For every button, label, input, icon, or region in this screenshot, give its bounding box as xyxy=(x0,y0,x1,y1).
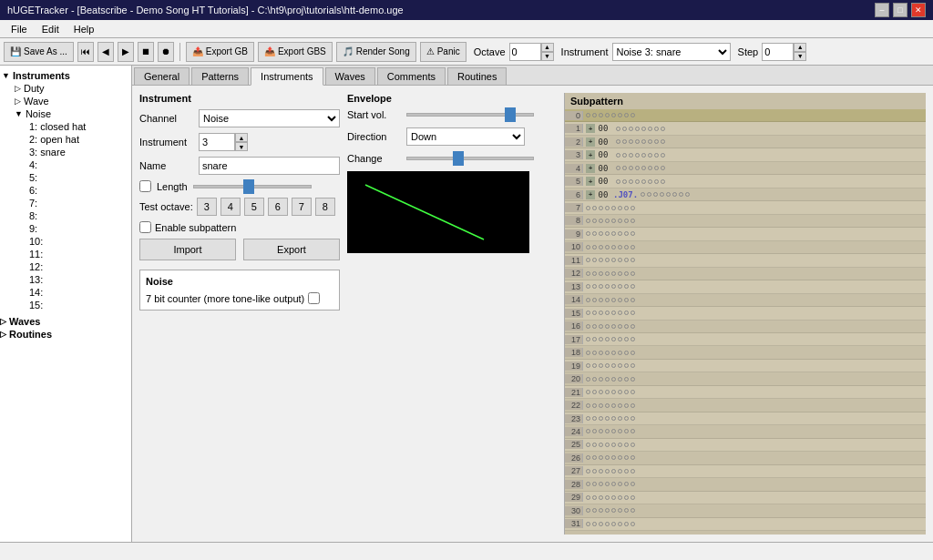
direction-select[interactable]: Down Up xyxy=(406,127,525,146)
tree-noise-header[interactable]: ▼ Noise xyxy=(0,107,131,120)
octave-down-button[interactable]: ▼ xyxy=(541,52,554,61)
tree-noise-item-11[interactable]: 11: xyxy=(0,248,131,260)
subpattern-row-30[interactable]: 30 xyxy=(565,504,926,517)
subpattern-row-2[interactable]: 2+00 xyxy=(565,136,926,148)
render-song-button[interactable]: 🎵 Render Song xyxy=(336,42,416,62)
tab-instruments[interactable]: Instruments xyxy=(251,67,323,86)
instrument-num-input[interactable] xyxy=(199,133,235,151)
test-octave-5[interactable]: 5 xyxy=(244,198,264,216)
tree-noise-item-15[interactable]: 15: xyxy=(0,299,131,311)
test-octave-6[interactable]: 6 xyxy=(268,198,288,216)
panic-button[interactable]: ⚠ Panic xyxy=(420,42,466,62)
subpattern-row-13[interactable]: 13 xyxy=(565,280,926,293)
tree-noise-item-5[interactable]: 5: xyxy=(0,171,131,184)
octave-up-button[interactable]: ▲ xyxy=(541,43,554,52)
subpattern-row-24[interactable]: 24 xyxy=(565,425,926,438)
minimize-button[interactable]: – xyxy=(875,3,889,17)
save-as-button[interactable]: 💾 Save As ... xyxy=(4,42,74,62)
sp-plus-btn-2[interactable]: + xyxy=(586,137,595,147)
instrument-select[interactable]: Noise 3: snare xyxy=(612,43,731,61)
step-input[interactable]: 0 xyxy=(762,43,794,61)
export-gb-button[interactable]: 📤 Export GB xyxy=(186,42,254,62)
subpattern-row-20[interactable]: 20 xyxy=(565,372,926,385)
subpattern-row-9[interactable]: 9 xyxy=(565,228,926,240)
maximize-button[interactable]: □ xyxy=(893,3,907,17)
subpattern-row-16[interactable]: 16 xyxy=(565,321,926,333)
subpattern-row-6[interactable]: 6+00.J07. xyxy=(565,188,926,201)
subpattern-row-31[interactable]: 31 xyxy=(565,518,926,531)
tab-patterns[interactable]: Patterns xyxy=(191,67,249,85)
test-octave-4[interactable]: 4 xyxy=(220,198,241,216)
name-input[interactable]: snare xyxy=(199,157,340,175)
tree-noise-item-10[interactable]: 10: xyxy=(0,235,131,248)
tab-routines[interactable]: Routines xyxy=(447,67,507,85)
tree-waves-header[interactable]: ▷ Waves xyxy=(0,315,131,328)
menu-file[interactable]: File xyxy=(4,22,35,36)
sp-plus-btn-4[interactable]: + xyxy=(586,164,595,173)
tree-noise-item-9[interactable]: 9: xyxy=(0,222,131,235)
export-button[interactable]: Export xyxy=(243,239,340,260)
tree-noise-item-7[interactable]: 7: xyxy=(0,197,131,209)
subpattern-row-22[interactable]: 22 xyxy=(565,399,926,412)
close-button[interactable]: ✕ xyxy=(911,3,926,17)
subpattern-row-14[interactable]: 14 xyxy=(565,294,926,307)
subpattern-row-27[interactable]: 27 xyxy=(565,465,926,478)
length-checkbox[interactable] xyxy=(139,180,151,192)
tree-noise-item-2[interactable]: 2: open hat xyxy=(0,133,131,146)
subpattern-row-19[interactable]: 19 xyxy=(565,360,926,372)
octave-input[interactable]: 0 xyxy=(509,43,541,61)
instrument-num-down[interactable]: ▼ xyxy=(235,142,248,151)
sp-plus-btn-6[interactable]: + xyxy=(586,190,595,199)
subpattern-row-12[interactable]: 12 xyxy=(565,268,926,280)
subpattern-row-28[interactable]: 28 xyxy=(565,478,926,491)
menu-edit[interactable]: Edit xyxy=(35,22,67,36)
sp-plus-btn-1[interactable]: + xyxy=(586,124,595,133)
change-slider[interactable] xyxy=(406,157,534,160)
tab-general[interactable]: General xyxy=(134,67,190,85)
step-down-button[interactable]: ▼ xyxy=(794,52,806,61)
tree-noise-item-1[interactable]: 1: closed hat xyxy=(0,120,131,133)
subpattern-row-10[interactable]: 10 xyxy=(565,241,926,254)
subpattern-row-15[interactable]: 15 xyxy=(565,307,926,320)
subpattern-row-0[interactable]: 0 xyxy=(565,109,926,122)
subpattern-row-23[interactable]: 23 xyxy=(565,412,926,425)
tree-duty-header[interactable]: ▷ Duty xyxy=(0,82,131,95)
subpattern-row-17[interactable]: 17 xyxy=(565,333,926,346)
sp-plus-btn-5[interactable]: + xyxy=(586,177,595,186)
test-octave-7[interactable]: 7 xyxy=(292,198,312,216)
tree-noise-item-4[interactable]: 4: xyxy=(0,158,131,171)
tree-noise-item-8[interactable]: 8: xyxy=(0,209,131,222)
bit-counter-checkbox[interactable] xyxy=(308,292,320,304)
subpattern-row-26[interactable]: 26 xyxy=(565,452,926,464)
nav-stop-button[interactable]: ⏹ xyxy=(138,42,154,62)
nav-play-button[interactable]: ▶ xyxy=(118,42,134,62)
start-vol-slider[interactable] xyxy=(406,113,534,117)
subpattern-row-8[interactable]: 8 xyxy=(565,215,926,228)
subpattern-row-21[interactable]: 21 xyxy=(565,386,926,399)
tab-comments[interactable]: Comments xyxy=(377,67,446,85)
nav-begin-button[interactable]: ⏮ xyxy=(77,42,94,62)
tree-noise-item-3[interactable]: 3: snare xyxy=(0,146,131,158)
instrument-num-up[interactable]: ▲ xyxy=(235,133,248,142)
subpattern-row-18[interactable]: 18 xyxy=(565,346,926,359)
step-up-button[interactable]: ▲ xyxy=(794,43,806,52)
export-gbs-button[interactable]: 📤 Export GBS xyxy=(258,42,333,62)
subpattern-row-11[interactable]: 11 xyxy=(565,254,926,267)
sp-plus-btn-3[interactable]: + xyxy=(586,150,595,159)
tree-noise-item-14[interactable]: 14: xyxy=(0,286,131,299)
tree-wave-header[interactable]: ▷ Wave xyxy=(0,95,131,107)
test-octave-8[interactable]: 8 xyxy=(315,198,335,216)
tree-noise-item-6[interactable]: 6: xyxy=(0,184,131,197)
nav-prev-button[interactable]: ◀ xyxy=(97,42,114,62)
subpattern-row-1[interactable]: 1+00 xyxy=(565,122,926,135)
enable-subpattern-checkbox[interactable] xyxy=(139,221,151,233)
subpattern-row-7[interactable]: 7 xyxy=(565,201,926,214)
length-slider[interactable] xyxy=(193,185,312,188)
nav-record-button[interactable]: ⏺ xyxy=(158,42,174,62)
subpattern-row-4[interactable]: 4+00 xyxy=(565,162,926,175)
tree-routines-header[interactable]: ▷ Routines xyxy=(0,328,131,341)
subpattern-row-3[interactable]: 3+00 xyxy=(565,148,926,161)
tree-noise-item-13[interactable]: 13: xyxy=(0,273,131,286)
menu-help[interactable]: Help xyxy=(67,22,102,36)
channel-select[interactable]: Noise xyxy=(199,109,340,127)
